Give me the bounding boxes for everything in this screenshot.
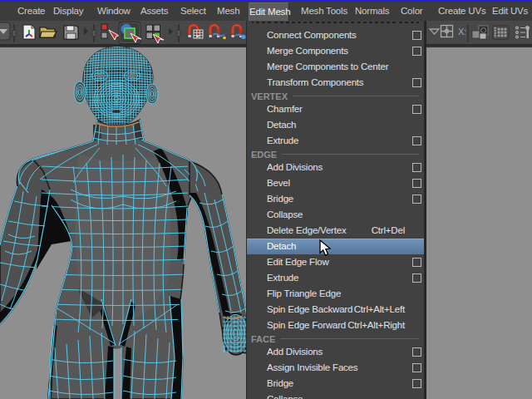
svg-text:X:: X:: [458, 27, 466, 37]
